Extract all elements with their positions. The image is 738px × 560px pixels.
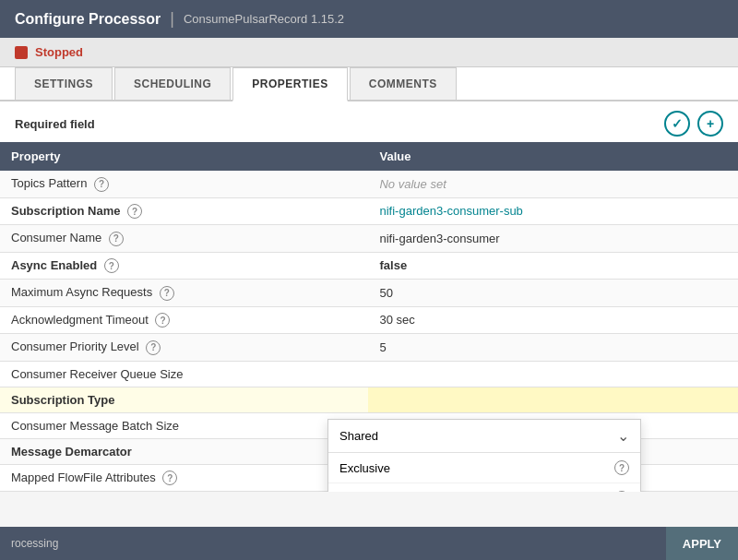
table-row: Consumer Receiver Queue Size xyxy=(0,361,738,387)
property-topics-pattern: Topics Pattern ? xyxy=(0,171,368,197)
column-value: Value xyxy=(368,142,683,171)
property-async-enabled: Async Enabled ? xyxy=(0,252,368,280)
property-max-async: Maximum Async Requests ? xyxy=(0,280,368,307)
chevron-down-icon: ⌄ xyxy=(617,427,629,445)
help-icon[interactable]: ? xyxy=(146,340,161,355)
status-bar: Stopped xyxy=(0,38,738,67)
help-icon[interactable]: ? xyxy=(160,286,174,301)
table-row: Async Enabled ? false xyxy=(0,252,738,280)
value-queue-size[interactable] xyxy=(368,361,683,387)
processing-text: rocessing xyxy=(11,537,58,550)
value-consumer-name[interactable]: nifi-garden3-consumer xyxy=(368,225,683,253)
value-max-async[interactable]: 50 xyxy=(368,280,683,307)
tabs-bar: SETTINGS SCHEDULING PROPERTIES COMMENTS xyxy=(0,67,738,101)
property-subscription-type: Subscription Type xyxy=(0,387,368,412)
help-icon[interactable]: ? xyxy=(127,204,142,219)
value-topics-pattern[interactable]: No value set xyxy=(368,171,683,197)
help-icon[interactable]: ? xyxy=(614,460,629,475)
help-icon[interactable]: ? xyxy=(94,177,109,192)
dropdown-label-exclusive: Exclusive xyxy=(339,461,390,475)
plus-icon: + xyxy=(707,116,714,131)
property-ack-timeout: Acknowledgment Timeout ? xyxy=(0,306,368,334)
content-header: Required field ✓ + xyxy=(0,101,738,142)
column-property: Property xyxy=(0,142,368,171)
property-subscription-name: Subscription Name ? xyxy=(0,197,368,225)
dropdown-selected-label: Shared xyxy=(339,429,378,443)
value-subscription-name[interactable]: nifi-garden3-consumer-sub xyxy=(368,197,683,225)
help-icon[interactable]: ? xyxy=(614,491,629,492)
table-row: Subscription Name ? nifi-garden3-consume… xyxy=(0,197,738,225)
add-button[interactable]: + xyxy=(697,111,723,137)
table-row: Consumer Name ? nifi-garden3-consumer xyxy=(0,225,738,253)
tab-settings[interactable]: SETTINGS xyxy=(15,67,113,100)
value-async-enabled[interactable]: false xyxy=(368,252,683,280)
check-button[interactable]: ✓ xyxy=(664,111,690,137)
column-actions xyxy=(683,142,738,171)
property-queue-size: Consumer Receiver Queue Size xyxy=(0,361,368,387)
dropdown-item-exclusive[interactable]: Exclusive ? xyxy=(328,453,640,483)
value-priority[interactable]: 5 xyxy=(368,334,683,362)
table-row: Consumer Priority Level ? 5 xyxy=(0,334,738,362)
property-batch-size: Consumer Message Batch Size xyxy=(0,412,368,438)
table-row: Topics Pattern ? No value set xyxy=(0,171,738,197)
help-icon[interactable]: ? xyxy=(109,232,124,246)
required-field-label: Required field xyxy=(15,117,95,131)
tab-properties[interactable]: PROPERTIES xyxy=(232,67,347,101)
help-icon[interactable]: ? xyxy=(162,471,177,485)
dropdown-item-shared[interactable]: Shared ? xyxy=(328,483,640,492)
title-bar-title: Configure Processor xyxy=(15,11,161,28)
table-row: Acknowledgment Timeout ? 30 sec xyxy=(0,306,738,334)
property-consumer-name: Consumer Name ? xyxy=(0,225,368,253)
property-priority: Consumer Priority Level ? xyxy=(0,334,368,362)
table-row: Maximum Async Requests ? 50 xyxy=(0,280,738,307)
apply-button[interactable]: APPLY xyxy=(666,527,738,560)
status-label: Stopped xyxy=(35,45,83,59)
check-icon: ✓ xyxy=(672,116,683,131)
table-wrapper: Property Value Topics Pattern ? No value… xyxy=(0,142,738,492)
tab-scheduling[interactable]: SCHEDULING xyxy=(114,67,231,100)
property-mapped-attributes: Mapped FlowFile Attributes ? xyxy=(0,464,368,492)
help-icon[interactable]: ? xyxy=(155,313,170,328)
title-bar-subtitle: ConsumePulsarRecord 1.15.2 xyxy=(184,12,344,26)
value-ack-timeout[interactable]: 30 sec xyxy=(368,306,683,334)
help-icon[interactable]: ? xyxy=(104,258,119,273)
dropdown-overlay[interactable]: Shared ⌄ Exclusive ? Shared ? Key_Shared… xyxy=(327,419,641,492)
property-demarcator: Message Demarcator xyxy=(0,438,368,464)
bottom-bar: rocessing APPLY xyxy=(0,527,738,560)
dropdown-selected-item[interactable]: Shared ⌄ xyxy=(328,420,640,453)
title-bar-divider: | xyxy=(170,9,174,29)
dropdown-label-shared: Shared xyxy=(339,492,378,493)
table-row: Subscription Type xyxy=(0,387,738,412)
value-subscription-type[interactable] xyxy=(368,387,683,412)
title-bar: Configure Processor | ConsumePulsarRecor… xyxy=(0,0,738,38)
tab-comments[interactable]: COMMENTS xyxy=(350,67,457,100)
content-actions: ✓ + xyxy=(664,111,723,137)
status-indicator-icon xyxy=(15,46,28,59)
